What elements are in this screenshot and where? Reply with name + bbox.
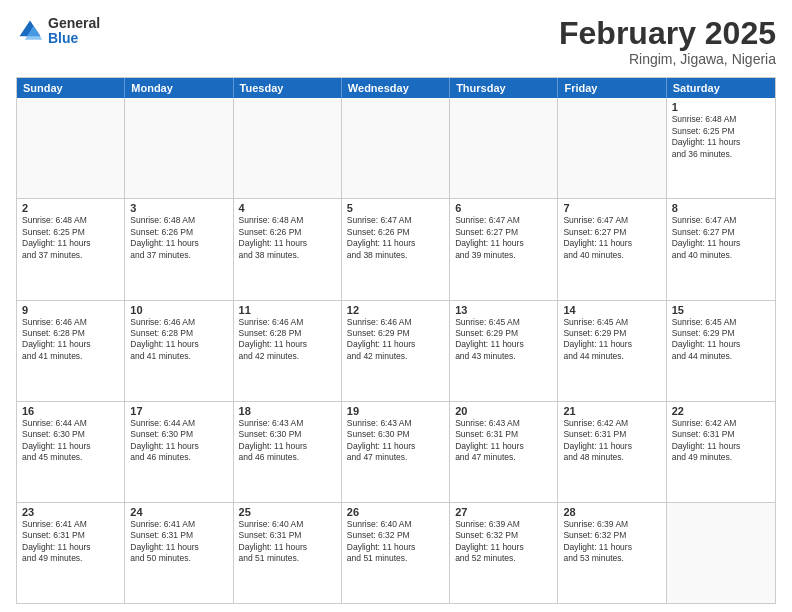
cal-cell-2-3: 12Sunrise: 6:46 AM Sunset: 6:29 PM Dayli… [342, 301, 450, 401]
cal-cell-4-0: 23Sunrise: 6:41 AM Sunset: 6:31 PM Dayli… [17, 503, 125, 603]
day-number: 7 [563, 202, 660, 214]
cal-cell-2-4: 13Sunrise: 6:45 AM Sunset: 6:29 PM Dayli… [450, 301, 558, 401]
logo-icon [16, 17, 44, 45]
cal-cell-4-1: 24Sunrise: 6:41 AM Sunset: 6:31 PM Dayli… [125, 503, 233, 603]
day-number: 2 [22, 202, 119, 214]
header-saturday: Saturday [667, 78, 775, 98]
cal-cell-1-6: 8Sunrise: 6:47 AM Sunset: 6:27 PM Daylig… [667, 199, 775, 299]
header-sunday: Sunday [17, 78, 125, 98]
day-number: 18 [239, 405, 336, 417]
cal-cell-4-4: 27Sunrise: 6:39 AM Sunset: 6:32 PM Dayli… [450, 503, 558, 603]
day-info: Sunrise: 6:44 AM Sunset: 6:30 PM Dayligh… [22, 418, 119, 464]
day-number: 16 [22, 405, 119, 417]
logo-general-label: General [48, 16, 100, 31]
day-info: Sunrise: 6:39 AM Sunset: 6:32 PM Dayligh… [455, 519, 552, 565]
cal-cell-0-6: 1Sunrise: 6:48 AM Sunset: 6:25 PM Daylig… [667, 98, 775, 198]
cal-cell-0-1 [125, 98, 233, 198]
day-info: Sunrise: 6:46 AM Sunset: 6:28 PM Dayligh… [239, 317, 336, 363]
day-number: 28 [563, 506, 660, 518]
location: Ringim, Jigawa, Nigeria [559, 51, 776, 67]
cal-cell-1-4: 6Sunrise: 6:47 AM Sunset: 6:27 PM Daylig… [450, 199, 558, 299]
logo-blue-label: Blue [48, 31, 100, 46]
day-number: 5 [347, 202, 444, 214]
header-wednesday: Wednesday [342, 78, 450, 98]
cal-cell-1-3: 5Sunrise: 6:47 AM Sunset: 6:26 PM Daylig… [342, 199, 450, 299]
header-friday: Friday [558, 78, 666, 98]
cal-cell-3-0: 16Sunrise: 6:44 AM Sunset: 6:30 PM Dayli… [17, 402, 125, 502]
day-info: Sunrise: 6:48 AM Sunset: 6:25 PM Dayligh… [672, 114, 770, 160]
logo-text: General Blue [48, 16, 100, 47]
day-info: Sunrise: 6:47 AM Sunset: 6:27 PM Dayligh… [672, 215, 770, 261]
cal-cell-1-1: 3Sunrise: 6:48 AM Sunset: 6:26 PM Daylig… [125, 199, 233, 299]
day-info: Sunrise: 6:47 AM Sunset: 6:26 PM Dayligh… [347, 215, 444, 261]
cal-cell-2-5: 14Sunrise: 6:45 AM Sunset: 6:29 PM Dayli… [558, 301, 666, 401]
day-info: Sunrise: 6:43 AM Sunset: 6:30 PM Dayligh… [347, 418, 444, 464]
cal-cell-0-3 [342, 98, 450, 198]
header: General Blue February 2025 Ringim, Jigaw… [16, 16, 776, 67]
cal-cell-3-6: 22Sunrise: 6:42 AM Sunset: 6:31 PM Dayli… [667, 402, 775, 502]
day-info: Sunrise: 6:39 AM Sunset: 6:32 PM Dayligh… [563, 519, 660, 565]
cal-cell-0-5 [558, 98, 666, 198]
day-number: 17 [130, 405, 227, 417]
day-info: Sunrise: 6:47 AM Sunset: 6:27 PM Dayligh… [563, 215, 660, 261]
week-row-4: 23Sunrise: 6:41 AM Sunset: 6:31 PM Dayli… [17, 503, 775, 603]
day-number: 24 [130, 506, 227, 518]
day-number: 6 [455, 202, 552, 214]
cal-cell-1-2: 4Sunrise: 6:48 AM Sunset: 6:26 PM Daylig… [234, 199, 342, 299]
day-info: Sunrise: 6:48 AM Sunset: 6:26 PM Dayligh… [239, 215, 336, 261]
cal-cell-3-5: 21Sunrise: 6:42 AM Sunset: 6:31 PM Dayli… [558, 402, 666, 502]
calendar: Sunday Monday Tuesday Wednesday Thursday… [16, 77, 776, 604]
day-number: 20 [455, 405, 552, 417]
day-number: 21 [563, 405, 660, 417]
day-info: Sunrise: 6:45 AM Sunset: 6:29 PM Dayligh… [672, 317, 770, 363]
cal-cell-4-5: 28Sunrise: 6:39 AM Sunset: 6:32 PM Dayli… [558, 503, 666, 603]
page: General Blue February 2025 Ringim, Jigaw… [0, 0, 792, 612]
cal-cell-4-6 [667, 503, 775, 603]
day-number: 12 [347, 304, 444, 316]
cal-cell-2-0: 9Sunrise: 6:46 AM Sunset: 6:28 PM Daylig… [17, 301, 125, 401]
day-info: Sunrise: 6:47 AM Sunset: 6:27 PM Dayligh… [455, 215, 552, 261]
cal-cell-1-0: 2Sunrise: 6:48 AM Sunset: 6:25 PM Daylig… [17, 199, 125, 299]
cal-cell-2-6: 15Sunrise: 6:45 AM Sunset: 6:29 PM Dayli… [667, 301, 775, 401]
day-info: Sunrise: 6:46 AM Sunset: 6:28 PM Dayligh… [130, 317, 227, 363]
calendar-body: 1Sunrise: 6:48 AM Sunset: 6:25 PM Daylig… [17, 98, 775, 603]
week-row-0: 1Sunrise: 6:48 AM Sunset: 6:25 PM Daylig… [17, 98, 775, 199]
day-info: Sunrise: 6:43 AM Sunset: 6:30 PM Dayligh… [239, 418, 336, 464]
cal-cell-3-4: 20Sunrise: 6:43 AM Sunset: 6:31 PM Dayli… [450, 402, 558, 502]
day-info: Sunrise: 6:43 AM Sunset: 6:31 PM Dayligh… [455, 418, 552, 464]
day-number: 11 [239, 304, 336, 316]
day-info: Sunrise: 6:45 AM Sunset: 6:29 PM Dayligh… [563, 317, 660, 363]
header-thursday: Thursday [450, 78, 558, 98]
day-number: 26 [347, 506, 444, 518]
title-section: February 2025 Ringim, Jigawa, Nigeria [559, 16, 776, 67]
day-number: 23 [22, 506, 119, 518]
day-info: Sunrise: 6:42 AM Sunset: 6:31 PM Dayligh… [563, 418, 660, 464]
day-info: Sunrise: 6:41 AM Sunset: 6:31 PM Dayligh… [22, 519, 119, 565]
day-number: 3 [130, 202, 227, 214]
day-number: 22 [672, 405, 770, 417]
day-number: 14 [563, 304, 660, 316]
day-number: 25 [239, 506, 336, 518]
day-info: Sunrise: 6:44 AM Sunset: 6:30 PM Dayligh… [130, 418, 227, 464]
cal-cell-3-2: 18Sunrise: 6:43 AM Sunset: 6:30 PM Dayli… [234, 402, 342, 502]
cal-cell-2-1: 10Sunrise: 6:46 AM Sunset: 6:28 PM Dayli… [125, 301, 233, 401]
day-number: 8 [672, 202, 770, 214]
day-number: 1 [672, 101, 770, 113]
cal-cell-2-2: 11Sunrise: 6:46 AM Sunset: 6:28 PM Dayli… [234, 301, 342, 401]
cal-cell-0-4 [450, 98, 558, 198]
day-info: Sunrise: 6:40 AM Sunset: 6:31 PM Dayligh… [239, 519, 336, 565]
week-row-1: 2Sunrise: 6:48 AM Sunset: 6:25 PM Daylig… [17, 199, 775, 300]
week-row-3: 16Sunrise: 6:44 AM Sunset: 6:30 PM Dayli… [17, 402, 775, 503]
header-monday: Monday [125, 78, 233, 98]
logo: General Blue [16, 16, 100, 47]
cal-cell-4-2: 25Sunrise: 6:40 AM Sunset: 6:31 PM Dayli… [234, 503, 342, 603]
day-number: 19 [347, 405, 444, 417]
day-number: 4 [239, 202, 336, 214]
day-number: 13 [455, 304, 552, 316]
day-info: Sunrise: 6:42 AM Sunset: 6:31 PM Dayligh… [672, 418, 770, 464]
day-info: Sunrise: 6:40 AM Sunset: 6:32 PM Dayligh… [347, 519, 444, 565]
cal-cell-0-0 [17, 98, 125, 198]
week-row-2: 9Sunrise: 6:46 AM Sunset: 6:28 PM Daylig… [17, 301, 775, 402]
month-title: February 2025 [559, 16, 776, 51]
cal-cell-4-3: 26Sunrise: 6:40 AM Sunset: 6:32 PM Dayli… [342, 503, 450, 603]
